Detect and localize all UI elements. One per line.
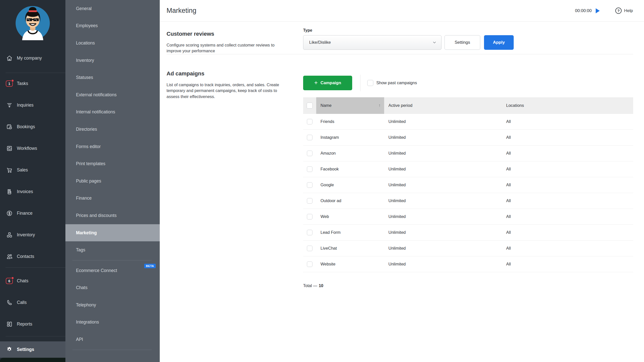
home-icon [6,55,13,62]
apply-button[interactable]: Apply [484,35,514,50]
cell-name: Instagram [316,130,384,145]
sidebar-item-settings[interactable]: Settings [0,341,65,358]
settings-nav-item-finance[interactable]: Finance [65,190,160,207]
row-checkbox[interactable] [307,198,312,204]
row-checkbox[interactable] [307,135,312,140]
table-row[interactable]: Outdoor ad Unlimited All [303,193,633,209]
main-content: Marketing 00:00:00 ? Help Customer revie… [160,0,644,362]
settings-nav-item-external-notifications[interactable]: External notifications [65,86,160,104]
cell-active-period: Unlimited [384,225,502,240]
bottom-strip [0,358,65,362]
column-header-active-period[interactable]: Active period [384,97,502,114]
settings-nav-item-locations[interactable]: Locations [65,34,160,52]
plus-icon: + [314,80,318,86]
type-select[interactable]: Like/Dislike [303,35,441,50]
sidebar-item-tasks[interactable]: 1 Tasks [0,73,65,95]
table-row[interactable]: Amazon Unlimited All [303,146,633,161]
row-checkbox[interactable] [307,182,312,188]
notification-dot [11,79,14,82]
question-mark-icon: ? [615,8,622,14]
row-checkbox[interactable] [307,151,312,156]
divider [72,260,152,260]
table-row[interactable]: Website Unlimited All [303,256,633,272]
cell-active-period: Unlimited [384,146,502,161]
sidebar-item-invoices[interactable]: Invoices [0,181,65,203]
row-checkbox[interactable] [307,261,312,267]
settings-nav-item-internal-notifications[interactable]: Internal notifications [65,104,160,121]
ad-campaigns-section: Ad campaigns List of campaigns to track … [160,54,644,362]
type-label: Type [303,28,514,33]
play-icon[interactable] [596,8,600,13]
sidebar-item-reports[interactable]: Reports [0,313,65,335]
settings-nav-item-label: General [76,6,92,11]
ad-campaigns-heading: Ad campaigns [167,70,288,77]
row-checkbox[interactable] [307,119,312,124]
sidebar-item-label: Workflows [17,146,37,151]
settings-nav-item-forms-editor[interactable]: Forms editor [65,138,160,155]
avatar-image [16,6,50,40]
table-row[interactable]: Friends Unlimited All [303,114,633,130]
cell-name: Facebook [316,161,384,177]
sidebar-item-finance[interactable]: Finance [0,203,65,224]
customer-reviews-section: Customer reviews Configure scoring syste… [160,22,644,54]
settings-nav-item-api[interactable]: API [65,331,160,348]
settings-nav-item-public-pages[interactable]: Public pages [65,172,160,190]
settings-nav-item-telephony[interactable]: Telephony [65,296,160,314]
row-checkbox[interactable] [307,214,312,219]
column-header-locations[interactable]: Locations [502,97,633,114]
settings-nav-item-statuses[interactable]: Statuses [65,69,160,86]
table-row[interactable]: Google Unlimited All [303,177,633,193]
select-all-checkbox[interactable] [307,103,313,109]
table-row[interactable]: LiveChat Unlimited All [303,241,633,256]
settings-nav-item-prices-and-discounts[interactable]: Prices and discounts [65,207,160,224]
settings-nav-item-marketing[interactable]: Marketing [65,224,160,242]
column-header-name[interactable]: Name ↑ [316,97,384,114]
type-select-value: Like/Dislike [309,40,331,45]
settings-nav-item-directories[interactable]: Directories [65,121,160,138]
row-checkbox[interactable] [307,246,312,251]
row-checkbox[interactable] [307,166,312,172]
help-button[interactable]: ? Help [615,8,633,14]
row-checkbox[interactable] [307,230,312,235]
avatar[interactable] [0,0,65,48]
cell-active-period: Unlimited [384,161,502,177]
sidebar-item-calls[interactable]: Calls [0,292,65,313]
settings-nav-item-label: Print templates [76,161,105,166]
sidebar-item-label: Finance [17,211,32,216]
table-row[interactable]: Web Unlimited All [303,209,633,225]
settings-nav-item-print-templates[interactable]: Print templates [65,155,160,172]
sidebar-item-contacts[interactable]: Contacts [0,246,65,267]
cell-name: Website [316,256,384,272]
cell-active-period: Unlimited [384,193,502,209]
sidebar-item-inventory[interactable]: Inventory [0,224,65,246]
settings-nav-item-label: API [76,337,83,342]
sidebar-item-chats[interactable]: 6 Chats [0,270,65,292]
sidebar-item-sales[interactable]: Sales [0,159,65,181]
settings-button[interactable]: Settings [445,35,480,50]
sidebar-item-inquiries[interactable]: Inquiries [0,95,65,116]
settings-nav-item-label: Marketing [76,230,97,236]
settings-nav-item-inventory[interactable]: Inventory [65,52,160,69]
settings-nav-item-chats[interactable]: Chats [65,279,160,297]
cell-locations: All [502,241,633,256]
table-row[interactable]: Facebook Unlimited All [303,161,633,177]
sidebar-item-workflows[interactable]: Workflows [0,138,65,159]
cell-active-period: Unlimited [384,241,502,256]
settings-nav-item-employees[interactable]: Employees [65,17,160,35]
settings-nav-item-label: Internal notifications [76,109,115,115]
reports-icon [6,321,13,328]
ad-campaigns-description: List of campaigns to track inquiries, or… [167,82,286,100]
settings-nav-item-integrations[interactable]: Integrations [65,314,160,331]
table-row[interactable]: Instagram Unlimited All [303,130,633,146]
table-row[interactable]: Lead Form Unlimited All [303,225,633,241]
notification-dot [11,277,14,280]
sidebar-item-bookings[interactable]: Bookings [0,116,65,138]
sidebar-item-my-company[interactable]: My company [0,48,65,69]
settings-nav-item-general[interactable]: General [65,0,160,17]
workflows-icon [6,145,13,152]
settings-nav-item-ecommerce-connect[interactable]: Ecommerce Connect BETA [65,262,160,279]
sidebar-group-work: 1 Tasks Inquiries Bookings [0,73,65,267]
settings-nav-item-tags[interactable]: Tags [65,241,160,259]
add-campaign-button[interactable]: + Campaign [303,76,352,90]
show-past-campaigns-checkbox[interactable] [367,80,373,86]
